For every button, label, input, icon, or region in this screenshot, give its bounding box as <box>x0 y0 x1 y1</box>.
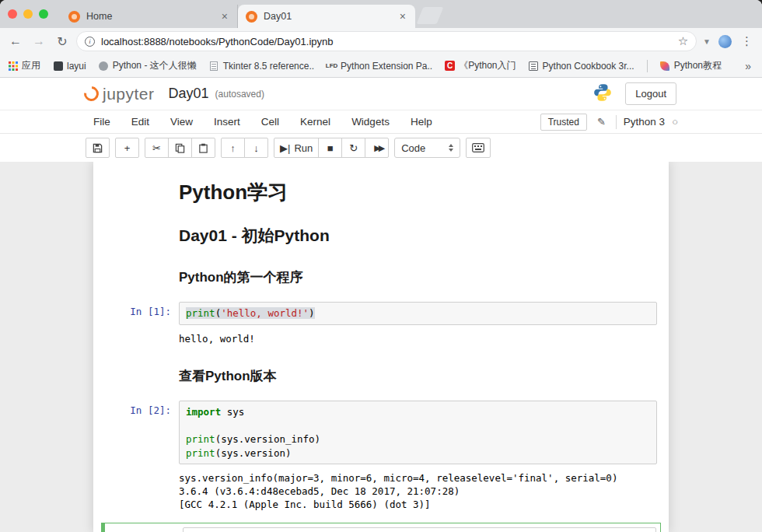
minimize-window-button[interactable] <box>23 9 33 19</box>
bookmark-csdn[interactable]: C 《Python入门 <box>445 59 516 72</box>
output-prompt <box>105 469 179 512</box>
browser-tab-home[interactable]: Home × <box>61 5 238 28</box>
menu-help[interactable]: Help <box>411 116 432 128</box>
code-input[interactable]: import sys print(sys.version_info) print… <box>179 401 657 464</box>
feather-icon <box>660 61 670 71</box>
command-palette-button[interactable] <box>466 138 491 158</box>
tab-title: Day01 <box>264 11 398 22</box>
code-input[interactable] <box>183 527 656 532</box>
paste-cell-button[interactable] <box>191 138 215 158</box>
bookmark-label: Python Extension Pa.. <box>341 61 432 72</box>
notebook-title[interactable]: Day01 <box>169 86 209 102</box>
selected-empty-cell[interactable]: In [ ]: <box>101 523 661 532</box>
window-controls <box>8 0 48 28</box>
downloads-triangle-icon[interactable]: ▼ <box>701 37 712 46</box>
markdown-heading-3: Python的第一个程序 <box>179 268 657 286</box>
book-icon <box>529 61 539 71</box>
reload-icon[interactable]: ↻ <box>53 32 72 51</box>
bookmark-label: 《Python入门 <box>459 59 516 72</box>
code-cell-1: In [1]: print('hello, world!') <box>93 302 669 325</box>
code-cell-2: In [2]: import sys print(sys.version_inf… <box>93 401 669 464</box>
add-cell-button[interactable]: + <box>115 138 139 158</box>
jupyter-planet-icon <box>81 83 102 104</box>
interrupt-kernel-button[interactable]: ■ <box>318 138 342 158</box>
input-prompt: In [1]: <box>105 302 179 325</box>
output-text: hello, world! <box>179 330 657 346</box>
copy-icon <box>175 143 185 153</box>
menu-edit[interactable]: Edit <box>131 116 149 128</box>
close-tab-icon[interactable]: × <box>398 10 407 23</box>
output-text: sys.version_info(major=3, minor=6, micro… <box>179 469 657 512</box>
bookmark-layui[interactable]: layui <box>53 61 86 72</box>
bookmarks-divider <box>647 60 648 72</box>
notebook-page: Python学习 Day01 - 初始Python Python的第一个程序 I… <box>93 162 669 532</box>
browser-tab-day01[interactable]: Day01 × <box>238 5 415 28</box>
select-arrows-icon <box>449 144 453 152</box>
bookmark-apps[interactable]: 应用 <box>8 59 40 72</box>
keyboard-icon <box>472 143 484 152</box>
menu-file[interactable]: File <box>93 116 110 128</box>
jupyter-logo-text: jupyter <box>103 85 155 103</box>
browser-window: Home × Day01 × ← → ↻ i localhost:8888/no… <box>0 0 762 532</box>
new-tab-button[interactable] <box>417 7 444 24</box>
menu-insert[interactable]: Insert <box>214 116 240 128</box>
markdown-heading-4: 查看Python版本 <box>179 367 657 385</box>
markdown-heading-2: Day01 - 初始Python <box>179 225 657 247</box>
jupyter-favicon <box>246 11 257 23</box>
page-info-icon[interactable]: i <box>85 37 95 47</box>
run-button[interactable]: ▶| Run <box>274 138 319 158</box>
menu-view[interactable]: View <box>170 116 193 128</box>
run-group: ▶| Run ■ ↻ ▶▶ <box>274 138 389 158</box>
output-cell-2: sys.version_info(major=3, minor=6, micro… <box>93 469 669 512</box>
zoom-window-button[interactable] <box>39 9 48 19</box>
forward-icon[interactable]: → <box>30 32 48 51</box>
restart-run-all-button[interactable]: ▶▶ <box>365 138 389 158</box>
site-icon <box>99 61 109 71</box>
run-label: Run <box>294 142 313 154</box>
code-input[interactable]: print('hello, world!') <box>179 302 657 325</box>
bookmark-label: Tkinter 8.5 reference.. <box>223 61 314 72</box>
save-icon <box>93 143 103 153</box>
address-bar[interactable]: i localhost:8888/notebooks/PythonCode/Da… <box>76 31 697 51</box>
cut-cell-button[interactable]: ✂ <box>145 138 169 158</box>
bookmarks-overflow-icon[interactable]: » <box>742 60 754 72</box>
move-cell-up-button[interactable]: ↑ <box>221 138 245 158</box>
edit-mode-pencil-icon[interactable]: ✎ <box>594 115 609 128</box>
bookmark-lfd[interactable]: LFD Python Extension Pa.. <box>327 61 432 72</box>
move-cell-down-button[interactable]: ↓ <box>244 138 268 158</box>
notebook-toolbar: + ✂ ↑ ↓ ▶| Run ■ ↻ ▶▶ Code <box>0 134 762 162</box>
save-button[interactable] <box>86 138 110 158</box>
browser-navbar: ← → ↻ i localhost:8888/notebooks/PythonC… <box>0 28 762 54</box>
layui-icon <box>53 61 63 71</box>
output-prompt <box>105 330 179 346</box>
bookmark-python-blog[interactable]: Python - 这个人很懒 <box>99 59 197 72</box>
menu-cell[interactable]: Cell <box>261 116 279 128</box>
browser-menu-icon[interactable]: ⋮ <box>738 34 756 48</box>
bookmark-cookbook[interactable]: Python Cookbook 3r... <box>529 61 634 72</box>
csdn-icon: C <box>445 61 455 71</box>
lfd-icon: LFD <box>327 61 337 71</box>
autosave-status: (autosaved) <box>215 89 264 100</box>
close-tab-icon[interactable]: × <box>220 10 229 23</box>
restart-kernel-button[interactable]: ↻ <box>341 138 365 158</box>
bookmark-label: layui <box>67 61 86 72</box>
kernel-name: Python 3 <box>624 116 665 128</box>
bookmark-star-icon[interactable]: ☆ <box>678 34 688 48</box>
back-icon[interactable]: ← <box>6 32 25 51</box>
bookmarks-bar: 应用 layui Python - 这个人很懒 Tkinter 8.5 refe… <box>0 54 762 78</box>
logout-button[interactable]: Logout <box>625 82 676 105</box>
page-icon <box>209 61 219 71</box>
bookmark-tkinter[interactable]: Tkinter 8.5 reference.. <box>209 61 314 72</box>
jupyter-header: jupyter Day01 (autosaved) Logout <box>0 78 762 110</box>
cell-type-select[interactable]: Code <box>394 138 460 158</box>
extension-globe-icon[interactable] <box>718 35 732 48</box>
bookmark-tutorial[interactable]: Python教程 <box>660 59 722 72</box>
input-prompt: In [2]: <box>105 401 179 464</box>
menu-widgets[interactable]: Widgets <box>351 116 390 128</box>
menu-kernel[interactable]: Kernel <box>300 116 330 128</box>
close-window-button[interactable] <box>8 9 17 19</box>
jupyter-logo[interactable]: jupyter <box>84 85 155 103</box>
copy-cell-button[interactable] <box>168 138 192 158</box>
trusted-badge[interactable]: Trusted <box>540 114 587 131</box>
cell-type-value: Code <box>401 142 425 154</box>
